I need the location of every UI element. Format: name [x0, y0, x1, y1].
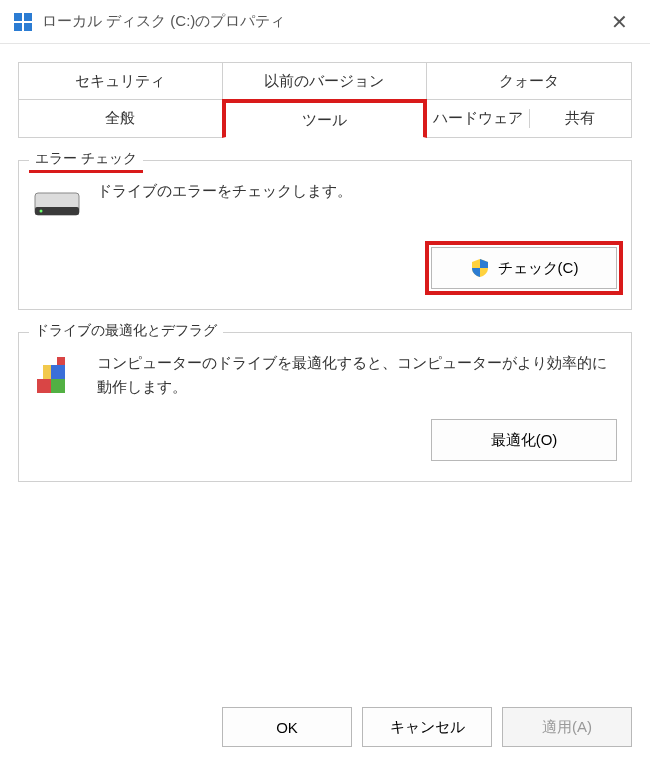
tab-previous-versions[interactable]: 以前のバージョン — [222, 62, 428, 100]
shield-icon — [470, 258, 490, 278]
legend-error-check: エラー チェック — [29, 150, 143, 173]
apply-button[interactable]: 適用(A) — [502, 707, 632, 747]
ok-button[interactable]: OK — [222, 707, 352, 747]
close-icon[interactable]: ✕ — [603, 6, 636, 38]
svg-rect-7 — [37, 379, 51, 393]
tab-security[interactable]: セキュリティ — [18, 62, 223, 100]
svg-rect-9 — [51, 365, 65, 379]
optimize-button-label: 最適化(O) — [491, 431, 558, 450]
tab-tools[interactable]: ツール — [222, 99, 428, 138]
optimize-desc: コンピューターのドライブを最適化すると、コンピューターがより効率的に動作します。 — [97, 351, 617, 399]
svg-rect-8 — [51, 379, 65, 393]
optimize-button[interactable]: 最適化(O) — [431, 419, 617, 461]
svg-rect-0 — [14, 13, 22, 21]
error-check-desc: ドライブのエラーをチェックします。 — [97, 179, 352, 227]
svg-rect-2 — [14, 23, 22, 31]
group-optimize: ドライブの最適化とデフラグ コンピューターのドライブを最適化すると、コンピュータ… — [18, 332, 632, 482]
hdd-icon — [33, 179, 81, 227]
tab-quota[interactable]: クォータ — [426, 62, 632, 100]
check-button[interactable]: チェック(C) — [431, 247, 617, 289]
svg-rect-11 — [57, 357, 65, 365]
svg-rect-10 — [43, 365, 51, 379]
cancel-button[interactable]: キャンセル — [362, 707, 492, 747]
defrag-icon — [33, 351, 81, 399]
svg-rect-3 — [24, 23, 32, 31]
tab-sharing[interactable]: 共有 — [530, 109, 631, 128]
titlebar: ローカル ディスク (C:)のプロパティ ✕ — [0, 0, 650, 44]
tab-strip: セキュリティ 以前のバージョン クォータ 全般 ツール ハードウェア 共有 — [18, 62, 632, 138]
tab-hardware[interactable]: ハードウェア — [427, 109, 529, 128]
group-error-check: エラー チェック ドライブのエラーをチェックします。 — [18, 160, 632, 310]
svg-rect-1 — [24, 13, 32, 21]
drive-icon — [14, 13, 32, 31]
legend-optimize: ドライブの最適化とデフラグ — [29, 322, 223, 340]
tab-general[interactable]: 全般 — [18, 99, 223, 138]
check-button-label: チェック(C) — [498, 259, 579, 278]
window-title: ローカル ディスク (C:)のプロパティ — [42, 12, 285, 31]
dialog-footer: OK キャンセル 適用(A) — [222, 707, 632, 747]
svg-point-6 — [40, 210, 43, 213]
